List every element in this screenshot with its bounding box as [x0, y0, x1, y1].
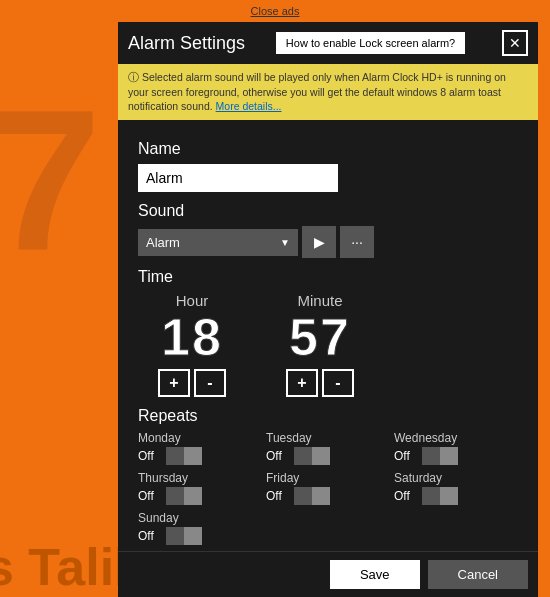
minute-controls: + -	[286, 369, 354, 397]
cancel-button[interactable]: Cancel	[428, 560, 528, 589]
day-item-monday: Monday Off	[138, 431, 262, 465]
day-status-monday: Off	[138, 449, 160, 463]
toggle-thursday[interactable]	[166, 487, 202, 505]
sound-label: Sound	[138, 202, 518, 220]
day-item-thursday: Thursday Off	[138, 471, 262, 505]
toggle-friday[interactable]	[294, 487, 330, 505]
bg-number: 7	[0, 80, 101, 280]
repeats-label: Repeats	[138, 407, 518, 425]
day-row-thursday: Off	[138, 487, 262, 505]
toggle-knob-wednesday	[440, 447, 458, 465]
day-status-sunday: Off	[138, 529, 160, 543]
day-row-wednesday: Off	[394, 447, 518, 465]
notice-icon: ⓘ	[128, 71, 139, 83]
day-name-saturday: Saturday	[394, 471, 518, 485]
day-name-friday: Friday	[266, 471, 390, 485]
day-status-friday: Off	[266, 489, 288, 503]
sound-section: Sound Alarm Beep Chime ▶ ···	[138, 202, 518, 258]
toggle-knob-sunday	[184, 527, 202, 545]
day-status-thursday: Off	[138, 489, 160, 503]
day-row-tuesday: Off	[266, 447, 390, 465]
day-item-tuesday: Tuesday Off	[266, 431, 390, 465]
lock-screen-button[interactable]: How to enable Lock screen alarm?	[276, 32, 465, 54]
toggle-tuesday[interactable]	[294, 447, 330, 465]
toggle-knob-thursday	[184, 487, 202, 505]
repeats-section: Repeats Monday Off Tuesday Off Wednesday	[138, 407, 518, 545]
panel-title: Alarm Settings	[128, 33, 245, 54]
hour-value: 18	[161, 311, 223, 363]
toggle-monday[interactable]	[166, 447, 202, 465]
minute-plus-button[interactable]: +	[286, 369, 318, 397]
sound-select-wrapper: Alarm Beep Chime	[138, 229, 298, 256]
hour-unit: Hour 18 + -	[158, 292, 226, 397]
day-row-friday: Off	[266, 487, 390, 505]
day-item-saturday: Saturday Off	[394, 471, 518, 505]
name-input[interactable]	[138, 164, 338, 192]
name-section: Name	[138, 140, 518, 192]
repeats-grid: Monday Off Tuesday Off Wednesday Off	[138, 431, 518, 545]
day-row-sunday: Off	[138, 527, 262, 545]
day-status-wednesday: Off	[394, 449, 416, 463]
notice-link[interactable]: More details...	[216, 100, 282, 112]
hour-plus-button[interactable]: +	[158, 369, 190, 397]
panel-header: Alarm Settings How to enable Lock screen…	[118, 22, 538, 64]
time-section: Time Hour 18 + - Minute 57 +	[138, 268, 518, 397]
toggle-saturday[interactable]	[422, 487, 458, 505]
toggle-sunday[interactable]	[166, 527, 202, 545]
save-button[interactable]: Save	[330, 560, 420, 589]
sound-play-button[interactable]: ▶	[302, 226, 336, 258]
toggle-knob-tuesday	[312, 447, 330, 465]
minute-value: 57	[289, 311, 351, 363]
minute-label: Minute	[297, 292, 342, 309]
toggle-knob-friday	[312, 487, 330, 505]
day-name-monday: Monday	[138, 431, 262, 445]
day-status-saturday: Off	[394, 489, 416, 503]
panel-footer: Save Cancel	[118, 551, 538, 597]
sound-more-button[interactable]: ···	[340, 226, 374, 258]
close-button[interactable]: ✕	[502, 30, 528, 56]
name-label: Name	[138, 140, 518, 158]
day-name-wednesday: Wednesday	[394, 431, 518, 445]
sound-row: Alarm Beep Chime ▶ ···	[138, 226, 518, 258]
toggle-knob-monday	[184, 447, 202, 465]
toggle-wednesday[interactable]	[422, 447, 458, 465]
day-status-tuesday: Off	[266, 449, 288, 463]
toggle-knob-saturday	[440, 487, 458, 505]
hour-minus-button[interactable]: -	[194, 369, 226, 397]
day-name-sunday: Sunday	[138, 511, 262, 525]
minute-minus-button[interactable]: -	[322, 369, 354, 397]
close-ads-button[interactable]: Close ads	[251, 5, 300, 17]
sound-select[interactable]: Alarm Beep Chime	[138, 229, 298, 256]
day-name-tuesday: Tuesday	[266, 431, 390, 445]
panel-body: Name Sound Alarm Beep Chime ▶ ··· Time	[118, 120, 538, 551]
time-label: Time	[138, 268, 518, 286]
day-item-friday: Friday Off	[266, 471, 390, 505]
top-bar: Close ads	[0, 0, 550, 22]
day-name-thursday: Thursday	[138, 471, 262, 485]
hour-controls: + -	[158, 369, 226, 397]
alarm-panel: Alarm Settings How to enable Lock screen…	[118, 22, 538, 597]
minute-unit: Minute 57 + -	[286, 292, 354, 397]
info-notice: ⓘ Selected alarm sound will be played on…	[118, 64, 538, 120]
day-item-sunday: Sunday Off	[138, 511, 262, 545]
notice-text: Selected alarm sound will be played only…	[128, 71, 506, 112]
day-row-saturday: Off	[394, 487, 518, 505]
day-row-monday: Off	[138, 447, 262, 465]
hour-label: Hour	[176, 292, 209, 309]
time-display: Hour 18 + - Minute 57 + -	[158, 292, 518, 397]
day-item-wednesday: Wednesday Off	[394, 431, 518, 465]
